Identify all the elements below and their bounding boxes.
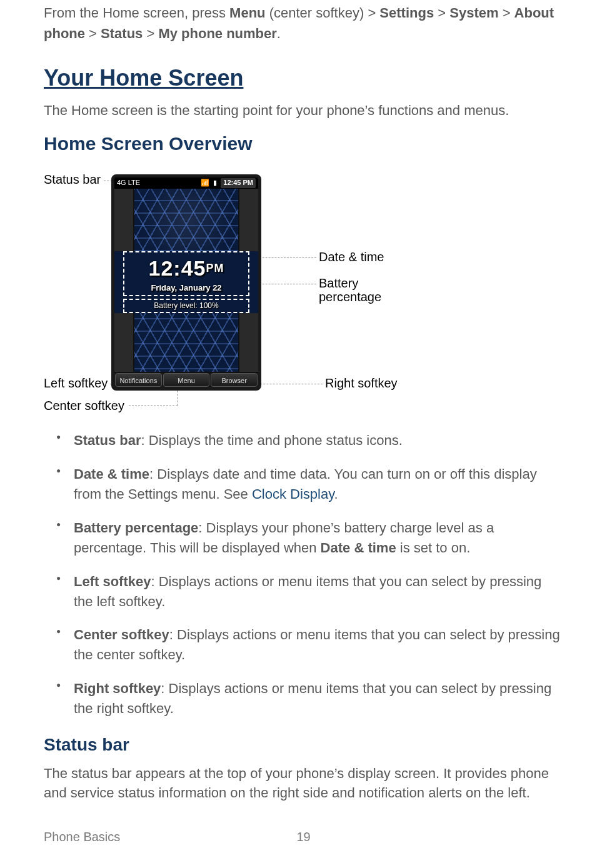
phone-bezel-left — [114, 189, 134, 251]
clock-date: Friday, January 22 — [128, 282, 244, 294]
nav-path-status: Status — [101, 26, 143, 41]
status-bar-network-icon: 4G LTE — [117, 178, 140, 187]
nav-path: From the Home screen, press Menu (center… — [44, 2, 563, 44]
phone-softkeys: Notifications Menu Browser — [114, 372, 258, 387]
def-right-softkey: Right softkey: Displays actions or menu … — [71, 679, 563, 719]
leader-center-softkey-v — [178, 391, 178, 406]
link-clock-display[interactable]: Clock Display — [252, 486, 334, 502]
softkey-right: Browser — [211, 373, 258, 387]
softkey-center: Menu — [163, 373, 210, 387]
def-date-time: Date & time: Displays date and time data… — [71, 464, 563, 504]
heading-home-screen-overview: Home Screen Overview — [44, 131, 563, 157]
footer-page-number: 19 — [296, 828, 310, 846]
softkey-left: Notifications — [115, 373, 162, 387]
nav-path-settings: Settings — [379, 5, 434, 21]
def-term: Left softkey — [74, 574, 151, 589]
nav-path-system: System — [449, 5, 498, 21]
annot-left-softkey: Left softkey — [44, 376, 108, 391]
page-footer: Phone Basics 19 — [44, 828, 563, 846]
annot-date-time: Date & time — [319, 249, 384, 264]
clock-ampm: PM — [206, 262, 224, 274]
home-intro-paragraph: The Home screen is the starting point fo… — [44, 101, 563, 121]
leader-battery-pct — [256, 284, 316, 284]
clock-widget: 12:45PM Friday, January 22 — [123, 251, 249, 296]
nav-path-gt2: > — [499, 5, 514, 21]
status-bar-battery-icon: ▮ — [213, 178, 217, 187]
nav-path-csk: (center softkey) > — [266, 5, 380, 21]
leader-date-time — [256, 257, 316, 257]
def-desc-post: . — [334, 486, 338, 502]
heading-your-home-screen: Your Home Screen — [44, 62, 563, 94]
phone-bezel-right — [238, 189, 258, 251]
definitions-list: Status bar: Displays the time and phone … — [44, 431, 563, 719]
def-term: Right softkey — [74, 681, 161, 696]
def-battery-percentage: Battery percentage: Displays your phone’… — [71, 518, 563, 558]
home-screen-diagram: Status bar Date & time Battery percentag… — [44, 168, 403, 418]
annot-status-bar: Status bar — [44, 172, 101, 187]
status-bar-signal-icon: 📶 — [201, 178, 209, 187]
heading-status-bar: Status bar — [44, 732, 563, 757]
clock-time-value: 12:45 — [149, 256, 206, 280]
def-term: Date & time — [74, 466, 149, 482]
nav-path-gt4: > — [143, 26, 158, 41]
def-left-softkey: Left softkey: Displays actions or menu i… — [71, 572, 563, 612]
status-bar-paragraph: The status bar appears at the top of you… — [44, 764, 563, 803]
annot-battery-pct-line2: percentage — [319, 289, 381, 304]
def-bold-inline: Date & time — [321, 540, 396, 556]
clock-time: 12:45PM — [128, 254, 244, 284]
wallpaper-top — [114, 189, 258, 251]
nav-path-my-phone-number: My phone number — [158, 26, 276, 41]
phone-status-bar: 4G LTE 📶 ▮ 12:45 PM — [114, 177, 258, 189]
leader-center-softkey-h — [129, 406, 178, 406]
leader-right-softkey — [254, 384, 323, 384]
def-term: Center softkey — [74, 627, 169, 642]
nav-path-period: . — [277, 26, 281, 41]
def-status-bar: Status bar: Displays the time and phone … — [71, 431, 563, 451]
nav-path-gt1: > — [434, 5, 449, 21]
def-term: Battery percentage — [74, 520, 198, 536]
nav-path-menu: Menu — [229, 5, 265, 21]
annot-right-softkey: Right softkey — [325, 376, 398, 391]
def-desc-post: is set to on. — [396, 540, 471, 556]
def-term: Status bar — [74, 432, 141, 448]
annot-battery-pct-line1: Battery — [319, 276, 358, 291]
footer-section: Phone Basics — [44, 828, 120, 846]
annot-center-softkey: Center softkey — [44, 398, 124, 413]
def-desc: : Displays the time and phone status ico… — [141, 432, 403, 448]
phone-mockup: 4G LTE 📶 ▮ 12:45 PM 12:45PM Friday, Janu… — [111, 174, 261, 391]
nav-path-gt3: > — [85, 26, 101, 41]
nav-path-prefix: From the Home screen, press — [44, 5, 229, 21]
battery-level-widget: Battery level: 100% — [123, 299, 249, 313]
def-center-softkey: Center softkey: Displays actions or menu… — [71, 625, 563, 665]
status-bar-time: 12:45 PM — [221, 178, 256, 187]
